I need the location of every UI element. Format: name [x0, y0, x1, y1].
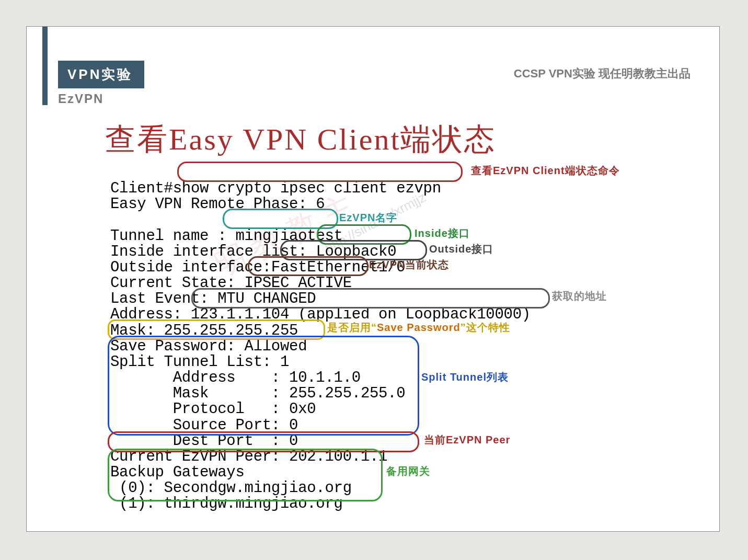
- anno-outside: Outside接口: [429, 244, 493, 255]
- split-dport: Dest Port : 0: [110, 432, 298, 450]
- main-title: 查看Easy VPN Client端状态: [105, 119, 719, 160]
- header-credit: CCSP VPN实验 现任明教教主出品: [514, 66, 691, 82]
- mask: Mask: 255.255.255.255: [110, 322, 298, 339]
- split-mask: Mask : 255.255.255.0: [110, 385, 405, 402]
- outside-label: Outside interface:: [110, 259, 271, 276]
- backup1: (1): thirdgw.mingjiao.org: [110, 495, 343, 512]
- anno-backup: 备用网关: [386, 466, 430, 477]
- circle-command: [177, 162, 463, 182]
- header-title: VPN实验: [58, 61, 144, 88]
- state-label: Current State:: [110, 275, 245, 292]
- peer: Current EzVPN Peer: 202.100.1.1: [110, 448, 387, 465]
- last-event: Last Event: MTU CHANGED: [110, 290, 316, 307]
- split-addr: Address : 10.1.1.0: [110, 369, 361, 386]
- tunnel-label: Tunnel name :: [110, 227, 226, 245]
- state-value: IPSEC ACTIVE: [245, 275, 352, 292]
- anno-state: EzVPN当前状态: [369, 259, 449, 270]
- anno-addr: 获取的地址: [552, 291, 607, 302]
- anno-tunnel: EzVPN名字: [339, 212, 397, 223]
- header-subtitle: EzVPN: [58, 92, 719, 106]
- addr-label: Address:: [110, 306, 191, 323]
- anno-split: Split Tunnel列表: [421, 372, 509, 383]
- anno-peer: 当前EzVPN Peer: [424, 435, 510, 445]
- slide: VPN实验 EzVPN CCSP VPN实验 现任明教教主出品 查看Easy V…: [26, 26, 720, 532]
- split-proto: Protocol : 0x0: [110, 401, 316, 418]
- terminal-output: Client#show crypto ipsec client ezvpn Ea…: [110, 165, 719, 532]
- backup0: (0): Secondgw.mingjiao.org: [110, 479, 352, 497]
- inside-value: Loopback0: [316, 243, 396, 260]
- split-header: Split Tunnel List: 1: [110, 353, 289, 371]
- addr-value: 123.1.1.104 (applied on Loopback10000): [191, 306, 531, 323]
- anno-savepw: 是否启用“Save Password”这个特性: [327, 322, 510, 333]
- backup-hdr: Backup Gateways: [110, 464, 245, 481]
- line-phase: Easy VPN Remote Phase: 6: [110, 196, 325, 213]
- savepw: Save Password: Allowed: [110, 338, 307, 355]
- header: VPN实验 EzVPN CCSP VPN实验 现任明教教主出品: [27, 27, 719, 106]
- split-sport: Source Port: 0: [110, 417, 298, 434]
- anno-command: 查看EzVPN Client端状态命令: [471, 165, 620, 176]
- tunnel-value: mingjiaotest: [235, 227, 342, 245]
- inside-label: Inside interface list:: [110, 243, 307, 260]
- header-bar: [42, 27, 48, 105]
- command: show crypto ipsec client ezvpn: [173, 180, 441, 197]
- anno-inside: Inside接口: [415, 228, 470, 239]
- prompt: Client#: [110, 180, 173, 197]
